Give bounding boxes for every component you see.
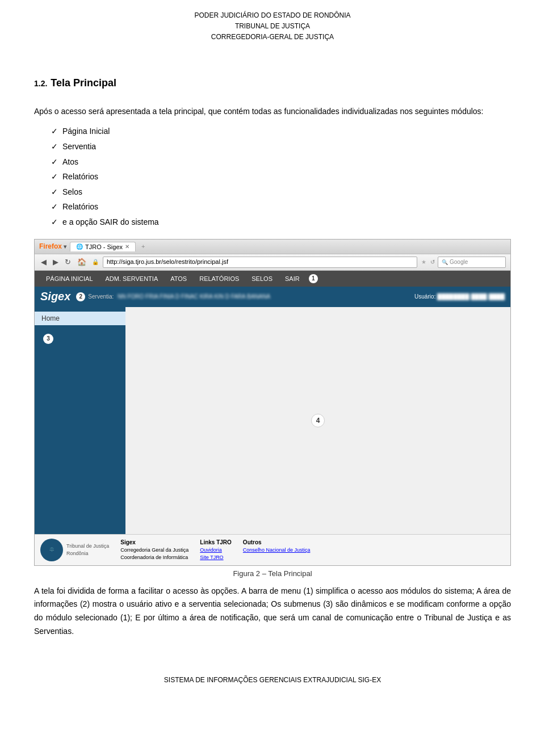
body-paragraph-1: A tela foi dividida de forma a facilitar… xyxy=(34,585,511,639)
figure-caption: Figura 2 – Tela Principal xyxy=(34,569,511,578)
home-nav-button[interactable]: 🏠 xyxy=(76,257,88,267)
sigex-logo: Sigex xyxy=(40,290,70,303)
document-header: PODER JUDICIÁRIO DO ESTADO DE RONDÔNIA T… xyxy=(0,0,545,49)
footer-sigex-title: Sigex xyxy=(120,538,188,547)
checklist-item: Página Inicial xyxy=(51,124,511,139)
browser-screenshot: Firefox ▾ 🌐 TJRO - Sigex ✕ + ◀ ▶ ↻ 🏠 🔒 h… xyxy=(34,239,511,566)
footer-outros-title: Outros xyxy=(243,538,311,547)
header-line3: CORREGEDORIA-GERAL DE JUSTIÇA xyxy=(0,32,545,43)
address-bar[interactable]: http://siga.tjro.jus.br/selo/restrito/pr… xyxy=(103,257,417,268)
checklist-item: e a opção SAIR do sistema xyxy=(51,215,511,230)
footer-links-item2[interactable]: Site TJRO xyxy=(200,554,232,562)
browser-tab[interactable]: 🌐 TJRO - Sigex ✕ xyxy=(70,242,136,251)
header-line2: TRIBUNAL DE JUSTIÇA xyxy=(0,21,545,32)
url-text: http://siga.tjro.jus.br/selo/restrito/pr… xyxy=(107,258,228,265)
footer-outros-col: Outros Conselho Nacional de Justiça xyxy=(243,538,311,562)
tab-title: TJRO - Sigex xyxy=(85,243,123,250)
checklist-item: Relatórios xyxy=(51,169,511,184)
badge-1: 1 xyxy=(309,274,318,283)
app-navbar: PÁGINA INICIAL ADM. SERVENTIA ATOS RELAT… xyxy=(35,271,510,287)
tjro-logo-icon: ⚖️ xyxy=(40,539,63,561)
nav-pagina-inicial[interactable]: PÁGINA INICIAL xyxy=(40,273,99,284)
section-title: Tela Principal xyxy=(51,77,116,89)
address-lock-icon: 🔒 xyxy=(92,259,99,265)
footer-sigex-col: Sigex Corregedoria Geral da Justiça Coor… xyxy=(120,538,188,562)
nav-selos[interactable]: SELOS xyxy=(246,273,278,284)
checklist-item: Atos xyxy=(51,154,511,170)
forward-button[interactable]: ▶ xyxy=(51,257,60,267)
sigex-header: Sigex 2 Serventia: NN FORO FRIA FINIA D … xyxy=(35,287,510,307)
usuario-info: Usuário: ████████ ████ ████ xyxy=(414,293,505,300)
footer-links-col: Links TJRO Ouvidoria Site TJRO xyxy=(200,538,232,562)
checklist-item: Serventia xyxy=(51,139,511,154)
browser-titlebar: Firefox ▾ 🌐 TJRO - Sigex ✕ + xyxy=(35,240,510,254)
usuario-value: ████████ ████ ████ xyxy=(437,293,505,300)
footer-sigex-sub1: Corregedoria Geral da Justiça xyxy=(120,547,188,555)
doc-footer: SISTEMA DE INFORMAÇÕES GERENCIAIS EXTRAJ… xyxy=(0,667,545,690)
footer-tjro-text: Tribunal de Justiça Rondônia xyxy=(66,543,109,557)
back-button[interactable]: ◀ xyxy=(39,257,48,267)
footer-outros-item1[interactable]: Conselho Nacional de Justiça xyxy=(243,547,311,555)
checklist-item: Selos xyxy=(51,184,511,200)
main-content: 1.2. Tela Principal Após o acesso será a… xyxy=(0,49,545,656)
footer-links-item1[interactable]: Ouvidoria xyxy=(200,547,232,555)
browser-nav: ◀ ▶ ↻ 🏠 🔒 http://siga.tjro.jus.br/selo/r… xyxy=(35,254,510,271)
nav-atos[interactable]: ATOS xyxy=(165,273,192,284)
nav-relatorios[interactable]: RELATÓRIOS xyxy=(194,273,245,284)
footer-links-title: Links TJRO xyxy=(200,538,232,547)
badge-4: 4 xyxy=(311,414,325,427)
search-label: Google xyxy=(450,259,468,265)
serventia-label: Serventia: NN FORO FRIA FINIA D FINAC KI… xyxy=(88,293,270,300)
google-search-icon: 🔍 xyxy=(442,259,448,265)
section-number: 1.2. xyxy=(34,79,47,88)
badge-2: 2 xyxy=(76,292,85,301)
tab-close-icon[interactable]: ✕ xyxy=(125,243,129,250)
checklist: Página Inicial Serventia Atos Relatórios… xyxy=(51,124,511,229)
nav-sair[interactable]: SAIR xyxy=(279,273,305,284)
refresh-icon[interactable]: ↺ xyxy=(430,259,435,265)
firefox-logo: Firefox ▾ xyxy=(39,242,66,250)
header-line1: PODER JUDICIÁRIO DO ESTADO DE RONDÔNIA xyxy=(0,10,545,21)
nav-adm-serventia[interactable]: ADM. SERVENTIA xyxy=(100,273,164,284)
star-icon[interactable]: ★ xyxy=(421,259,426,265)
app-body: Home 3 4 xyxy=(35,307,510,534)
intro-text: Após o acesso será apresentada a tela pr… xyxy=(34,105,511,119)
new-tab-icon[interactable]: + xyxy=(141,243,145,250)
app-main-area: 4 xyxy=(125,307,510,534)
browser-footer: ⚖️ Tribunal de Justiça Rondônia Sigex Co… xyxy=(35,534,510,565)
sidebar-home-item[interactable]: Home xyxy=(35,312,125,325)
checklist-item: Relatórios xyxy=(51,199,511,215)
app-sidebar: Home 3 xyxy=(35,307,125,534)
footer-logo-area: ⚖️ Tribunal de Justiça Rondônia xyxy=(40,538,109,562)
footer-sigex-sub2: Coordenadoria de Informática xyxy=(120,554,188,562)
serventia-value: NN FORO FRIA FINIA D FINAC KIRA KIN D FA… xyxy=(118,293,270,300)
search-bar[interactable]: 🔍 Google xyxy=(438,257,506,268)
badge-3: 3 xyxy=(43,334,53,344)
reload-button[interactable]: ↻ xyxy=(63,257,73,267)
